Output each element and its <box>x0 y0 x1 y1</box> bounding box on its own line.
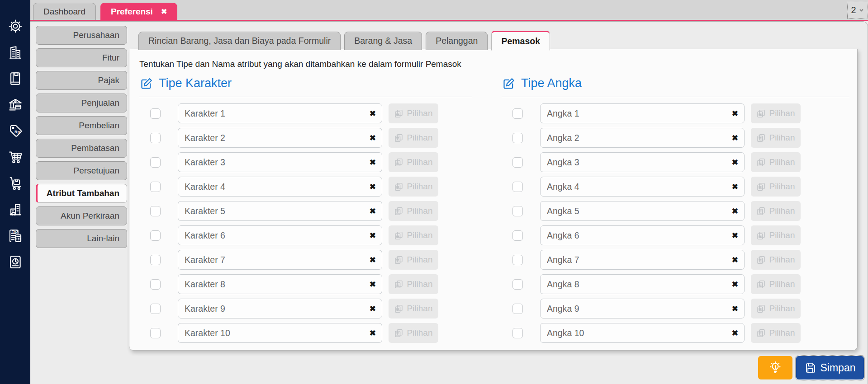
pilihan-button[interactable]: Pilihan <box>389 299 438 318</box>
pilihan-button[interactable]: Pilihan <box>389 274 438 294</box>
preference-section-tab[interactable]: Atribut Tambahan <box>36 184 127 203</box>
attribute-checkbox[interactable] <box>512 182 523 192</box>
clear-field-icon[interactable]: ✖ <box>732 281 738 288</box>
close-tab-icon[interactable]: ✖ <box>161 7 167 16</box>
pilihan-button[interactable]: Pilihan <box>751 103 801 123</box>
attribute-checkbox[interactable] <box>150 304 161 314</box>
clear-field-icon[interactable]: ✖ <box>732 329 738 337</box>
attribute-checkbox[interactable] <box>512 304 523 314</box>
pilihan-button[interactable]: Pilihan <box>751 225 801 245</box>
asset-building-icon[interactable] <box>7 201 23 217</box>
attribute-checkbox[interactable] <box>150 230 161 241</box>
attribute-name-input[interactable] <box>178 279 382 290</box>
clear-field-icon[interactable]: ✖ <box>732 207 738 215</box>
clear-field-icon[interactable]: ✖ <box>370 110 376 117</box>
clear-field-icon[interactable]: ✖ <box>732 183 738 191</box>
pilihan-button[interactable]: Pilihan <box>389 323 438 343</box>
journal-book-icon[interactable] <box>7 70 23 86</box>
preference-section-tab[interactable]: Pembelian <box>36 116 127 135</box>
settings-gear-icon[interactable] <box>7 18 23 34</box>
attribute-name-input[interactable] <box>541 230 744 241</box>
attribute-checkbox[interactable] <box>512 230 523 241</box>
attribute-name-input[interactable] <box>541 328 744 338</box>
pilihan-button[interactable]: Pilihan <box>389 225 438 245</box>
pilihan-button[interactable]: Pilihan <box>751 128 801 148</box>
delivery-trolley-icon[interactable] <box>7 175 23 191</box>
preference-section-tab[interactable]: Pembatasan <box>36 139 127 158</box>
pilihan-button[interactable]: Pilihan <box>751 250 801 270</box>
clear-field-icon[interactable]: ✖ <box>732 232 738 239</box>
save-button[interactable]: Simpan <box>796 356 864 379</box>
attribute-checkbox[interactable] <box>512 206 523 216</box>
attribute-checkbox[interactable] <box>150 133 161 143</box>
attribute-checkbox[interactable] <box>150 279 161 290</box>
attribute-checkbox[interactable] <box>150 206 161 216</box>
attribute-name-input[interactable] <box>541 304 744 314</box>
pilihan-button[interactable]: Pilihan <box>389 152 438 172</box>
shopping-cart-icon[interactable] <box>7 149 23 165</box>
clear-field-icon[interactable]: ✖ <box>370 329 376 337</box>
preference-section-tab[interactable]: Penjualan <box>36 94 127 112</box>
attribute-checkbox[interactable] <box>150 108 161 119</box>
report-pie-icon[interactable] <box>7 254 23 270</box>
pilihan-button[interactable]: Pilihan <box>389 103 438 123</box>
clear-field-icon[interactable]: ✖ <box>370 305 376 313</box>
attribute-checkbox[interactable] <box>512 108 523 119</box>
preference-section-tab[interactable]: Persetujuan <box>36 161 127 180</box>
clear-field-icon[interactable]: ✖ <box>370 134 376 142</box>
attribute-checkbox[interactable] <box>150 182 161 192</box>
attribute-checkbox[interactable] <box>512 279 523 290</box>
form-tab[interactable]: Rincian Barang, Jasa dan Biaya pada Form… <box>138 32 341 50</box>
form-tab[interactable]: Pemasok <box>491 31 550 51</box>
pilihan-button[interactable]: Pilihan <box>751 152 801 172</box>
window-tab[interactable]: Preferensi ✖ <box>100 3 177 20</box>
preference-section-tab[interactable]: Perusahaan <box>36 26 127 45</box>
form-tab[interactable]: Pelanggan <box>426 32 488 50</box>
clear-field-icon[interactable]: ✖ <box>370 183 376 191</box>
window-count-dropdown[interactable]: 2 <box>847 2 868 19</box>
tax-document-icon[interactable]: TAX <box>7 228 23 244</box>
attribute-checkbox[interactable] <box>150 328 161 338</box>
attribute-name-input[interactable] <box>178 108 382 119</box>
clear-field-icon[interactable]: ✖ <box>732 305 738 313</box>
clear-field-icon[interactable]: ✖ <box>370 159 376 166</box>
clear-field-icon[interactable]: ✖ <box>370 207 376 215</box>
attribute-name-input[interactable] <box>541 255 744 265</box>
pilihan-button[interactable]: Pilihan <box>751 274 801 294</box>
attribute-name-input[interactable] <box>178 182 382 192</box>
clear-field-icon[interactable]: ✖ <box>732 110 738 117</box>
pilihan-button[interactable]: Pilihan <box>751 299 801 318</box>
clear-field-icon[interactable]: ✖ <box>370 256 376 264</box>
attribute-name-input[interactable] <box>178 255 382 265</box>
attribute-name-input[interactable] <box>178 133 382 143</box>
attribute-name-input[interactable] <box>541 206 744 216</box>
pilihan-button[interactable]: Pilihan <box>389 177 438 197</box>
attribute-name-input[interactable] <box>178 328 382 338</box>
attribute-name-input[interactable] <box>178 230 382 241</box>
clear-field-icon[interactable]: ✖ <box>732 256 738 264</box>
attribute-checkbox[interactable] <box>150 157 161 168</box>
pilihan-button[interactable]: Pilihan <box>751 177 801 197</box>
attribute-name-input[interactable] <box>541 182 744 192</box>
pilihan-button[interactable]: Pilihan <box>389 128 438 148</box>
clear-field-icon[interactable]: ✖ <box>732 159 738 166</box>
pilihan-button[interactable]: Pilihan <box>751 323 801 343</box>
attribute-checkbox[interactable] <box>512 157 523 168</box>
preference-section-tab[interactable]: Fitur <box>36 48 127 67</box>
pilihan-button[interactable]: Pilihan <box>751 201 801 221</box>
attribute-checkbox[interactable] <box>512 328 523 338</box>
attribute-name-input[interactable] <box>541 157 744 168</box>
pilihan-button[interactable]: Pilihan <box>389 201 438 221</box>
preference-section-tab[interactable]: Pajak <box>36 71 127 90</box>
preference-section-tab[interactable]: Lain-lain <box>36 229 127 248</box>
company-building-icon[interactable] <box>7 44 23 60</box>
attribute-name-input[interactable] <box>541 279 744 290</box>
hint-button[interactable] <box>758 356 792 379</box>
clear-field-icon[interactable]: ✖ <box>370 281 376 288</box>
attribute-name-input[interactable] <box>541 108 744 119</box>
clear-field-icon[interactable]: ✖ <box>732 134 738 142</box>
attribute-name-input[interactable] <box>178 157 382 168</box>
attribute-name-input[interactable] <box>178 206 382 216</box>
attribute-name-input[interactable] <box>541 133 744 143</box>
bank-icon[interactable] <box>7 97 23 112</box>
